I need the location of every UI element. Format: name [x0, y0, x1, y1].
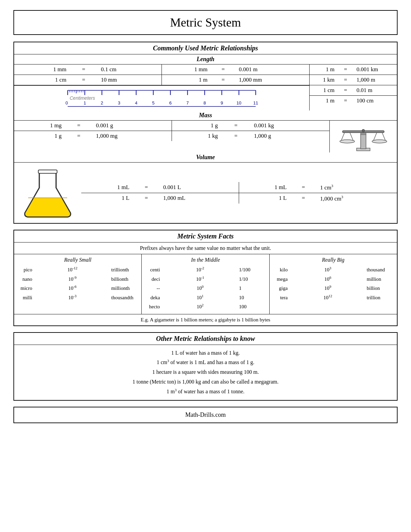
svg-line-40: [341, 133, 345, 141]
table-row: 1 mm = 0.1 cm: [14, 64, 162, 75]
svg-rect-48: [38, 170, 57, 173]
list-item: pico 10-12 trillionth: [17, 265, 138, 274]
ruler-container: Centimeters 0 1 2 3 4 5 6 7 8 9 10 11: [14, 85, 309, 110]
list-item: hecto 102 100: [145, 302, 266, 311]
facts-intro: Prefixes always have the same value no m…: [14, 242, 397, 254]
svg-point-44: [340, 140, 355, 143]
facts-header: Metric System Facts: [14, 230, 397, 242]
list-item: deka 101 10: [145, 293, 266, 302]
list-item: micro 10-6 millionth: [17, 283, 138, 293]
ruler-svg: Centimeters 0 1 2 3 4 5 6 7 8 9 10 11: [17, 88, 306, 108]
svg-text:2: 2: [101, 100, 103, 105]
table-row: 1 cm = 10 mm: [14, 75, 162, 85]
list-item: mega 106 million: [273, 274, 394, 284]
length-right: 1 m = 0.001 km 1 km = 1,000 m 1 cm = 0.0…: [310, 64, 397, 110]
svg-point-45: [372, 140, 387, 143]
power-hecto: 102: [191, 302, 209, 311]
page-title: Metric System: [13, 10, 398, 35]
table-row: 1 m = 0.001 km: [310, 64, 397, 75]
svg-text:5: 5: [152, 100, 154, 105]
volume-right: 1 mL = 0.001 L 1 L = 1,000 mL 1 mL = 1 c…: [81, 182, 397, 204]
mass-table-2: 1 g = 0.001 kg 1 kg = 1,000 g: [172, 121, 329, 141]
meaning-micro: millionth: [111, 284, 138, 293]
prefix-deci: deci: [145, 275, 161, 284]
commonly-used-section: Commonly Used Metric Relationships Lengt…: [13, 42, 398, 224]
list-item: nano 10-9 billionth: [17, 274, 138, 284]
svg-line-42: [373, 133, 377, 141]
prefix-base: --: [145, 284, 161, 293]
svg-text:6: 6: [169, 100, 172, 105]
meaning-mega: million: [367, 275, 394, 284]
list-item: centi 10-2 1/100: [145, 265, 266, 274]
meaning-centi: 1/100: [239, 266, 266, 274]
balance-scale-icon: [336, 121, 390, 152]
svg-text:9: 9: [221, 100, 223, 105]
other-section: Other Metric Relationships to know 1 L o…: [13, 332, 398, 401]
prefix-mega: mega: [273, 275, 289, 284]
footer: Math-Drills.com: [13, 407, 398, 423]
meaning-milli: thousandth: [111, 294, 138, 302]
meaning-nano: billionth: [111, 275, 138, 284]
table-row: 1 mL = 1 cm3: [239, 182, 397, 193]
table-row: 1 cm = 0.01 m: [310, 85, 397, 96]
other-line-3: 1 hectare is a square with sides measuri…: [19, 367, 392, 377]
list-item: milli 10-3 thousandth: [17, 293, 138, 302]
power-deka: 101: [191, 293, 209, 302]
table-row: 1 m = 1,000 mm: [162, 75, 309, 85]
table-row: 1 g = 1,000 mg: [14, 131, 172, 141]
meaning-tera: trillion: [367, 294, 394, 302]
svg-text:7: 7: [186, 100, 189, 105]
mass-header: Mass: [14, 110, 397, 121]
flask-icon: [21, 166, 75, 220]
power-centi: 10-2: [191, 265, 209, 274]
facts-grid: Really Small pico 10-12 trillionth nano …: [14, 254, 397, 314]
flask-image-area: [14, 163, 81, 223]
volume-area: 1 mL = 0.001 L 1 L = 1,000 mL 1 mL = 1 c…: [14, 163, 397, 223]
svg-text:0: 0: [65, 100, 68, 105]
prefix-nano: nano: [17, 275, 34, 284]
length-header: Length: [14, 54, 397, 64]
power-giga: 109: [319, 283, 337, 293]
facts-col-small-header: Really Small: [17, 257, 138, 263]
svg-rect-37: [361, 134, 366, 149]
mass-table-1: 1 mg = 0.001 g 1 g = 1,000 mg: [14, 121, 172, 141]
table-row: 1 km = 1,000 m: [310, 75, 397, 85]
facts-col-middle-header: In the Middle: [145, 257, 266, 263]
prefix-pico: pico: [17, 266, 34, 274]
volume-table-1: 1 mL = 0.001 L 1 L = 1,000 mL: [81, 182, 239, 204]
power-mega: 106: [319, 274, 337, 284]
other-line-2: 1 cm3 of water is 1 mL and has a mass of…: [19, 358, 392, 367]
facts-section: Metric System Facts Prefixes always have…: [13, 230, 398, 326]
meaning-pico: trillionth: [111, 266, 138, 274]
power-base: 100: [191, 283, 209, 293]
mass-area: 1 mg = 0.001 g 1 g = 1,000 mg 1 g = 0.00…: [14, 121, 397, 152]
svg-point-46: [362, 129, 365, 132]
list-item: tera 1012 trillion: [273, 293, 394, 302]
facts-col-middle: In the Middle centi 10-2 1/100 deci 10-1…: [142, 254, 269, 314]
length-table-right: 1 m = 0.001 km 1 km = 1,000 m 1 cm = 0.0…: [310, 64, 397, 106]
facts-example: E.g. A gigameter is 1 billion meters; a …: [14, 314, 397, 325]
power-pico: 10-12: [63, 265, 82, 274]
prefix-milli: milli: [17, 294, 34, 302]
svg-line-41: [350, 133, 353, 141]
meaning-base: 1: [239, 284, 266, 293]
other-content: 1 L of water has a mass of 1 kg. 1 cm3 o…: [14, 345, 397, 400]
prefix-giga: giga: [273, 284, 289, 293]
power-nano: 10-9: [63, 274, 82, 284]
meaning-giga: billion: [367, 284, 394, 293]
table-row: 1 mm = 0.001 m: [162, 64, 309, 75]
length-area: 1 mm = 0.1 cm 1 cm = 10 mm 1 mm =: [14, 64, 397, 110]
svg-text:4: 4: [135, 100, 137, 105]
svg-text:8: 8: [203, 100, 206, 105]
power-micro: 10-6: [63, 283, 82, 293]
prefix-micro: micro: [17, 284, 34, 293]
prefix-kilo: kilo: [273, 266, 289, 274]
svg-rect-47: [22, 198, 75, 220]
other-header: Other Metric Relationships to know: [14, 333, 397, 345]
table-row: 1 kg = 1,000 g: [172, 131, 329, 141]
list-item: -- 100 1: [145, 283, 266, 293]
power-deci: 10-1: [191, 274, 209, 284]
facts-col-big-header: Really Big: [273, 257, 394, 263]
svg-line-43: [382, 133, 385, 141]
meaning-hecto: 100: [239, 303, 266, 311]
